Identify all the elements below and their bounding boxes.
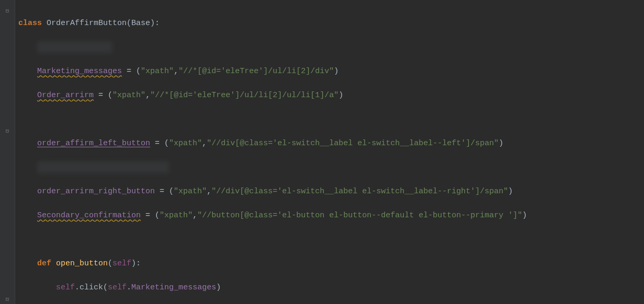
code-line[interactable]: xxxxxxxxxxxxxxxxxxxxxxxxxxxx [18,161,527,173]
code-line[interactable] [18,233,527,245]
code-line[interactable] [18,113,527,125]
fold-def-icon[interactable]: ⊟ [4,125,10,137]
code-line[interactable]: Secondary_confirmation = ("xpath","//but… [18,209,527,221]
code-line[interactable]: order_arrirm_right_button = ("xpath","//… [18,185,527,197]
code-line[interactable]: xxxxxxxxxxxxxxxx [18,41,527,53]
code-line[interactable]: class OrderAffirmButton(Base): [18,17,527,29]
xpath-value: //*[@id='eleTree']/ul/li[2]/div [183,67,329,76]
code-line[interactable]: Marketing_messages = ("xpath","//*[@id='… [18,65,527,77]
xpath-value: //div[@class='el-switch__label el-switch… [211,139,494,148]
param-self: self [112,259,131,268]
code-line[interactable]: self.click(self.Marketing_messages) [18,282,527,294]
xpath-value: //button[@class='el-button el-button--de… [202,211,517,220]
attr-right-button: order_arrirm_right_button [37,187,155,196]
attr-order: Order_arrirm [37,91,94,100]
code-editor[interactable]: ⊟ ⊟ ⊟ class OrderAffirmButton(Base): xxx… [0,0,644,304]
code-line[interactable]: def open_button(self): [18,258,527,270]
code-line[interactable]: order_affirm_left_button = ("xpath","//d… [18,137,527,149]
fn-name: open_button [56,259,108,268]
attr-marketing: Marketing_messages [37,67,122,76]
xpath-value: //div[@class='el-switch__label el-switch… [216,187,503,196]
code-area[interactable]: class OrderAffirmButton(Base): xxxxxxxxx… [15,0,527,304]
redacted-text: xxxxxxxxxxxxxxxxxxxxxxxxxxxx [37,161,169,173]
redacted-text: xxxxxxxxxxxxxxxx [37,41,112,53]
gutter: ⊟ ⊟ ⊟ [0,0,15,304]
keyword-def: def [37,259,51,268]
attr-left-button: order_affirm_left_button [37,139,150,148]
xpath-value: //*[@id='eleTree']/ul/li[2]/ul/li[1]/a [155,91,334,100]
keyword-class: class [18,19,42,28]
attr-secondary: Secondary_confirmation [37,211,141,220]
fold-class-icon[interactable]: ⊟ [4,5,10,17]
base-class: Base [131,19,150,28]
class-name: OrderAffirmButton [47,19,127,28]
fold-end-icon[interactable]: ⊟ [4,294,10,304]
code-line[interactable]: Order_arrirm = ("xpath","//*[@id='eleTre… [18,89,527,101]
